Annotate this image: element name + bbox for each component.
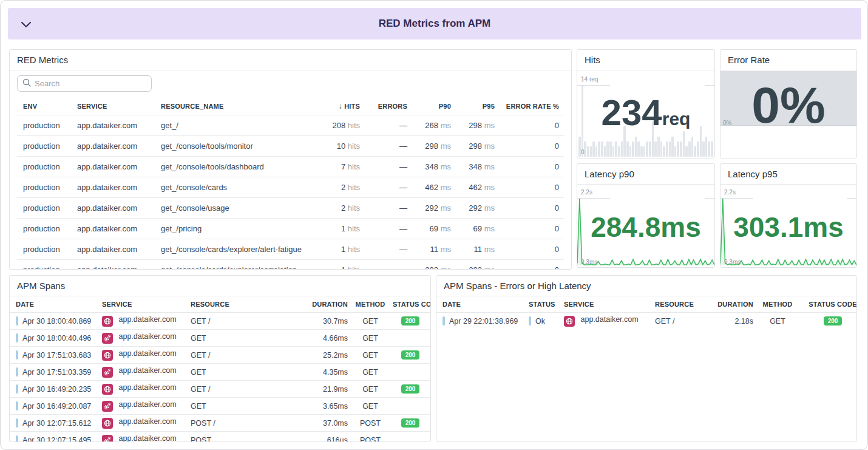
col-service[interactable]: SERVICE bbox=[75, 97, 158, 115]
status-code-badge: 200 bbox=[401, 384, 420, 394]
p95-cell: 303 ms bbox=[453, 260, 497, 270]
apm-span-row[interactable]: Apr 30 12:07:15.612 app.dataiker.com POS… bbox=[10, 415, 430, 432]
error-rate-cell: 0 bbox=[497, 136, 564, 157]
red-metrics-row[interactable]: production app.dataiker.com get_/console… bbox=[17, 157, 564, 177]
p95-cell: 298 ms bbox=[453, 115, 497, 136]
apm-span-row[interactable]: Apr 30 12:07:15.495 app.dataiker.com POS… bbox=[10, 432, 430, 443]
apm-span-row[interactable]: Apr 30 17:51:03.359 app.dataiker.com GET… bbox=[10, 364, 430, 381]
globe-icon bbox=[102, 350, 113, 361]
error-rate-cell: 0 bbox=[497, 198, 564, 219]
apm-error-row[interactable]: Apr 29 22:01:38.969 Ok app.dataiker.com … bbox=[436, 313, 857, 330]
col-method[interactable]: METHOD bbox=[756, 296, 799, 313]
duration-cell: 4.66ms bbox=[297, 330, 350, 347]
col-p90[interactable]: P90 bbox=[410, 97, 453, 115]
apm-span-row[interactable]: Apr 30 17:51:03.683 app.dataiker.com GET… bbox=[10, 347, 430, 364]
col-status-code[interactable]: STATUS CODE bbox=[799, 296, 857, 313]
hits-panel-title: Hits bbox=[577, 50, 714, 70]
globe-icon bbox=[102, 316, 113, 327]
date-cell: Apr 30 18:00:40.496 bbox=[10, 330, 100, 347]
col-resource-name[interactable]: RESOURCE_NAME bbox=[158, 97, 311, 115]
service-cell: app.dataiker.com bbox=[100, 381, 188, 398]
env-cell: production bbox=[17, 136, 75, 157]
apm-span-row[interactable]: Apr 30 16:49:20.235 app.dataiker.com GET… bbox=[10, 381, 430, 398]
span-indicator-bar bbox=[16, 367, 18, 377]
search-input[interactable] bbox=[35, 79, 146, 88]
env-cell: production bbox=[17, 239, 75, 260]
latency-p95-panel: Latency p95 2.2s 9.3ms 303.1ms bbox=[720, 163, 857, 268]
red-metrics-row[interactable]: production app.dataiker.com get_/console… bbox=[17, 136, 564, 157]
status-code-cell: 200 bbox=[799, 313, 857, 330]
error-rate-cell: 0 bbox=[497, 239, 564, 260]
apm-errors-title: APM Spans - Errors or High Latency bbox=[436, 276, 856, 296]
hits-cell: 2 hits bbox=[311, 198, 362, 219]
apm-spans-table: DATE SERVICE RESOURCE DURATION METHOD ST… bbox=[10, 296, 430, 442]
col-resource[interactable]: RESOURCE bbox=[188, 296, 297, 313]
col-service[interactable]: SERVICE bbox=[100, 296, 188, 313]
resource-cell: POST bbox=[188, 432, 297, 443]
service-cell: app.dataiker.com bbox=[100, 415, 188, 432]
red-metrics-row[interactable]: production app.dataiker.com get_/console… bbox=[17, 260, 564, 270]
col-method[interactable]: METHOD bbox=[350, 296, 390, 313]
red-metrics-row[interactable]: production app.dataiker.com get_/console… bbox=[17, 198, 564, 219]
p95-cell: 348 ms bbox=[453, 157, 497, 177]
status-code-cell: 200 bbox=[390, 381, 430, 398]
date-cell: Apr 30 12:07:15.612 bbox=[10, 415, 100, 432]
hits-cell: 1 hits bbox=[311, 239, 362, 260]
error-rate-cell: 0 bbox=[497, 115, 564, 136]
col-duration[interactable]: DURATION bbox=[297, 296, 350, 313]
col-service[interactable]: SERVICE bbox=[561, 296, 653, 313]
col-duration[interactable]: DURATION bbox=[706, 296, 756, 313]
col-p95[interactable]: P95 bbox=[453, 97, 497, 115]
span-indicator-bar bbox=[442, 316, 445, 326]
duration-cell: 3.65ms bbox=[297, 398, 350, 415]
col-error-rate[interactable]: ERROR RATE % bbox=[497, 97, 564, 115]
resource-cell: get_/console/cards/explorer/correlation bbox=[158, 260, 311, 270]
col-env[interactable]: ENV bbox=[17, 97, 75, 115]
col-date[interactable]: DATE bbox=[10, 296, 100, 313]
col-hits[interactable]: ↓ HITS bbox=[311, 97, 362, 115]
dashboard-page: RED Metrics from APM RED Metrics ENV SER… bbox=[0, 0, 868, 450]
p90-cell: 298 ms bbox=[410, 136, 453, 157]
env-cell: production bbox=[17, 260, 75, 270]
p90-cell: 69 ms bbox=[410, 219, 453, 239]
service-cell: app.dataiker.com bbox=[75, 219, 158, 239]
gears-icon bbox=[102, 435, 113, 442]
apm-span-row[interactable]: Apr 30 18:00:40.496 app.dataiker.com GET… bbox=[10, 330, 430, 347]
p95-cell: 11 ms bbox=[453, 239, 497, 260]
service-cell: app.dataiker.com bbox=[75, 260, 158, 270]
service-cell: app.dataiker.com bbox=[100, 347, 188, 364]
apm-span-row[interactable]: Apr 30 18:00:40.869 app.dataiker.com GET… bbox=[10, 313, 430, 330]
status-code-badge: 200 bbox=[401, 316, 420, 326]
p90-y-max-label: 2.2s bbox=[581, 189, 592, 196]
env-cell: production bbox=[17, 198, 75, 219]
duration-cell: 616µs bbox=[297, 432, 350, 443]
col-status[interactable]: STATUS bbox=[526, 296, 561, 313]
span-indicator-bar bbox=[16, 401, 18, 411]
red-metrics-row[interactable]: production app.dataiker.com get_/console… bbox=[17, 177, 564, 198]
red-metrics-row[interactable]: production app.dataiker.com get_/ 208 hi… bbox=[17, 115, 564, 136]
apm-errors-panel: APM Spans - Errors or High Latency DATE … bbox=[436, 275, 857, 442]
gears-icon bbox=[102, 401, 113, 412]
col-errors[interactable]: ERRORS bbox=[362, 97, 410, 115]
apm-spans-title: APM Spans bbox=[10, 276, 430, 296]
red-metrics-row[interactable]: production app.dataiker.com get_/console… bbox=[17, 239, 564, 260]
col-resource[interactable]: RESOURCE bbox=[653, 296, 706, 313]
red-metrics-row[interactable]: production app.dataiker.com get_/pricing… bbox=[17, 219, 564, 239]
apm-errors-table: DATE STATUS SERVICE RESOURCE DURATION ME… bbox=[436, 296, 857, 329]
service-cell: app.dataiker.com bbox=[75, 157, 158, 177]
resource-cell: GET / bbox=[188, 313, 297, 330]
search-box[interactable] bbox=[17, 75, 152, 92]
collapse-chevron-icon[interactable] bbox=[20, 18, 32, 30]
resource-cell: get_/console/cards/explorer/alert-fatigu… bbox=[158, 239, 311, 260]
hits-y-min-label: 0 bbox=[581, 149, 585, 155]
method-cell: POST bbox=[350, 432, 390, 443]
resource-cell: get_/console/tools/monitor bbox=[158, 136, 311, 157]
p90-cell: 348 ms bbox=[410, 157, 453, 177]
apm-span-row[interactable]: Apr 30 16:49:20.087 app.dataiker.com GET… bbox=[10, 398, 430, 415]
col-date[interactable]: DATE bbox=[436, 296, 526, 313]
env-cell: production bbox=[17, 157, 75, 177]
service-cell: app.dataiker.com bbox=[75, 198, 158, 219]
p90-cell: 268 ms bbox=[410, 115, 453, 136]
hits-cell: 1 hits bbox=[311, 260, 362, 270]
col-status-code[interactable]: STATUS CODE bbox=[390, 296, 430, 313]
